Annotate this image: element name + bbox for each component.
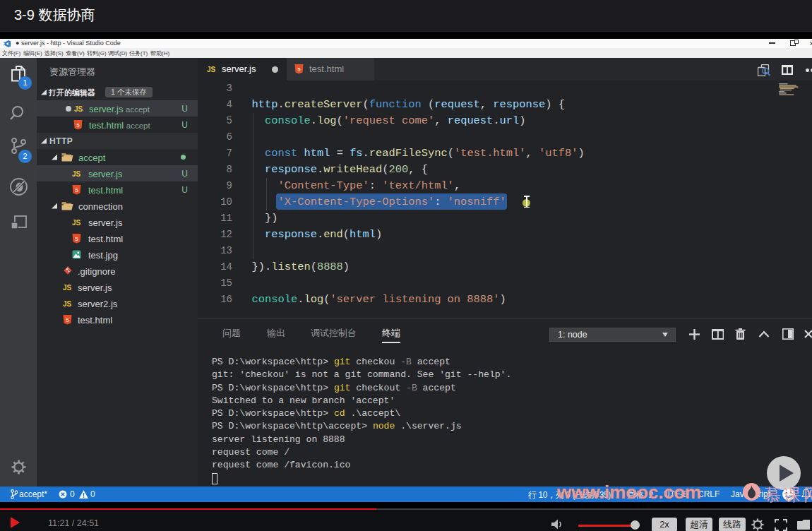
svg-text:5: 5 bbox=[75, 187, 78, 193]
svg-text:5: 5 bbox=[76, 122, 80, 129]
svg-text:5: 5 bbox=[75, 236, 78, 242]
svg-text:5: 5 bbox=[297, 66, 301, 73]
svg-text:5: 5 bbox=[66, 317, 69, 323]
